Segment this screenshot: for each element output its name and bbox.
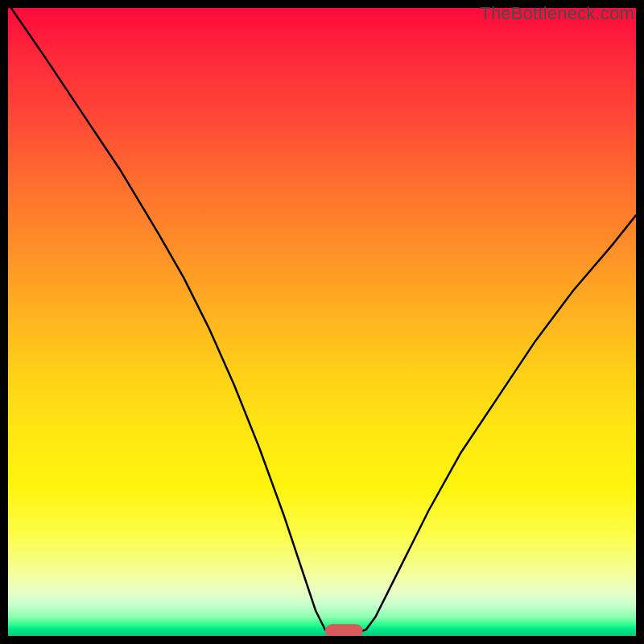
chart-svg xyxy=(8,8,636,636)
plot-area xyxy=(8,8,636,636)
optimal-marker xyxy=(325,624,363,636)
chart-frame: TheBottleneck.com xyxy=(0,0,644,644)
watermark-text: TheBottleneck.com xyxy=(480,3,634,24)
bottleneck-curve xyxy=(11,8,636,633)
